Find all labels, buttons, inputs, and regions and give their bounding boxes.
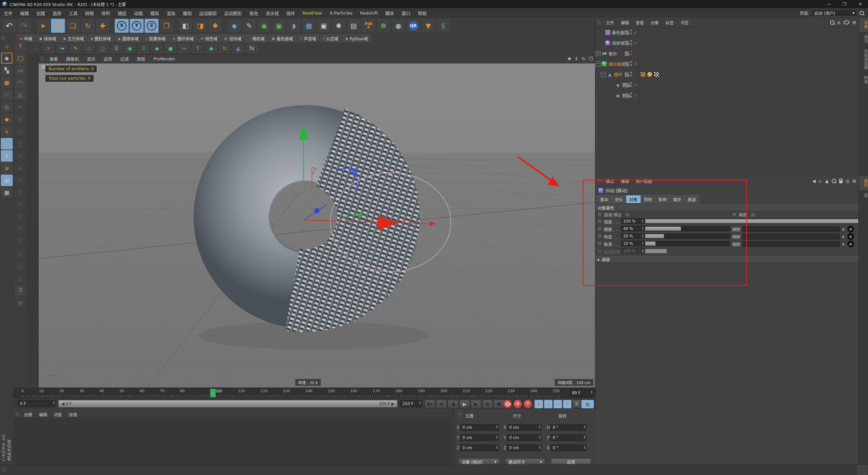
cube-eye-icon[interactable]: ◫ bbox=[14, 248, 26, 260]
enable-dots[interactable] bbox=[630, 61, 632, 66]
zoom-icon[interactable]: ↕ bbox=[575, 56, 578, 61]
poly-sphere-icon[interactable]: ● bbox=[164, 43, 177, 54]
attribute-tab[interactable]: 对象 bbox=[626, 195, 641, 203]
field-button[interactable]: ◆ Python域 bbox=[342, 35, 371, 42]
stepper-icon[interactable]: ▲▼ bbox=[53, 401, 55, 405]
am-menu-item[interactable]: 模式 bbox=[603, 178, 617, 184]
emitter-arrow-icon[interactable]: ⠿ bbox=[14, 284, 26, 296]
history-forward-icon[interactable]: ▶ bbox=[819, 178, 822, 184]
keyframe-dot-icon[interactable]: ◎ bbox=[598, 241, 601, 246]
slider-track[interactable] bbox=[645, 233, 730, 239]
stepper-icon[interactable]: ▲▼ bbox=[642, 234, 644, 238]
section-header[interactable]: 对象属性 bbox=[595, 205, 859, 211]
attribute-tab[interactable]: 限制 bbox=[640, 195, 655, 203]
stepper-icon[interactable]: ▲▼ bbox=[642, 241, 644, 245]
enable-dots[interactable] bbox=[630, 51, 632, 55]
menu-item[interactable]: 流水线 bbox=[262, 10, 282, 16]
key-scale-toggle[interactable]: ❏ bbox=[544, 400, 553, 408]
keyframe-dot-icon[interactable]: ◎ bbox=[598, 248, 601, 253]
home-icon[interactable]: ⌂ bbox=[837, 19, 841, 25]
key-parameter-toggle[interactable]: P bbox=[563, 400, 572, 408]
slider-track[interactable] bbox=[645, 218, 857, 224]
dots-circle-icon[interactable]: ◌ bbox=[96, 43, 109, 54]
play-button[interactable]: ▶ bbox=[459, 400, 470, 408]
keyframe-selection-button[interactable]: ? bbox=[524, 400, 532, 408]
record-keyframe-button[interactable] bbox=[503, 400, 512, 408]
rectangle-selection-icon[interactable]: ▭ bbox=[14, 64, 26, 76]
lasso-selection-icon[interactable]: ◠ bbox=[14, 77, 26, 89]
sphere-icon[interactable]: ● bbox=[391, 19, 406, 33]
search-icon[interactable] bbox=[832, 179, 836, 183]
viewport-canvas[interactable]: 透视视图 Number of emitters: 0 Total live pa… bbox=[39, 63, 595, 387]
hex-grid-icon[interactable]: ▩ bbox=[14, 297, 26, 308]
om-menu-item[interactable]: 标签 bbox=[662, 20, 677, 25]
keyframe-dot-icon[interactable]: ◎ bbox=[598, 226, 601, 231]
pen-spline-icon[interactable]: ✎ bbox=[242, 19, 256, 33]
texture-tag-icon[interactable] bbox=[640, 72, 646, 77]
am-menu-item[interactable]: 编辑 bbox=[617, 178, 632, 184]
material-menu-item[interactable]: 创建 bbox=[21, 412, 36, 417]
play-backwards-button[interactable]: ↺ bbox=[436, 400, 447, 408]
history-back-icon[interactable]: ◀ bbox=[812, 178, 816, 184]
end-frame-field[interactable]: 250 F ▲▼ bbox=[400, 400, 422, 407]
object-row[interactable]: 着色器域 bbox=[595, 27, 859, 38]
timeline-window-button[interactable]: ▤ bbox=[581, 400, 594, 408]
menu-item[interactable]: 体积 bbox=[98, 10, 114, 16]
stepper-icon[interactable]: ▲▼ bbox=[642, 249, 644, 253]
stepper-icon[interactable]: ▲▼ bbox=[642, 226, 644, 230]
material-menu-item[interactable]: 功能 bbox=[51, 412, 65, 417]
corner-resize-box[interactable] bbox=[857, 465, 867, 475]
search-icon[interactable] bbox=[860, 11, 864, 15]
search-icon[interactable] bbox=[830, 20, 834, 25]
soft-selection-icon[interactable]: S bbox=[1, 150, 13, 162]
snap-icon[interactable]: ▦ bbox=[1, 174, 13, 186]
dots-path-icon[interactable]: ∴ bbox=[83, 43, 96, 54]
lock-y-axis-icon[interactable]: Y bbox=[130, 19, 144, 33]
timeline-ruler[interactable]: 0102030405060708010011012013014015016017… bbox=[14, 388, 595, 398]
mapping-expand-icon[interactable]: ▶ bbox=[842, 241, 846, 247]
menu-item[interactable]: 插件 bbox=[282, 10, 299, 16]
state-mark[interactable] bbox=[633, 83, 638, 88]
size-field[interactable]: 0 cm▲▼ bbox=[507, 444, 541, 451]
state-mark[interactable] bbox=[633, 41, 638, 45]
side-tab[interactable]: 场次 bbox=[859, 32, 868, 46]
viewport-menu-item[interactable]: 摄像机 bbox=[62, 56, 83, 62]
phong-tag-icon[interactable] bbox=[647, 72, 653, 77]
field-button[interactable]: ▦ 着色器域 bbox=[269, 35, 296, 42]
om-menu-item[interactable]: 书签 bbox=[677, 20, 692, 25]
om-menu-item[interactable]: 编辑 bbox=[617, 20, 632, 25]
swirl-icon[interactable]: ↻ bbox=[218, 43, 231, 54]
attribute-tab[interactable]: 坐标 bbox=[611, 195, 626, 203]
enable-dots[interactable] bbox=[630, 72, 632, 76]
points-mode-icon[interactable]: ∷ bbox=[1, 89, 13, 101]
rotation-field[interactable]: 0 °▲▼ bbox=[550, 434, 586, 441]
move-tool-icon[interactable]: ✚ bbox=[51, 19, 65, 33]
slider-track[interactable] bbox=[645, 248, 857, 254]
keyframe-dot-icon[interactable]: ◎ bbox=[598, 212, 601, 216]
pipeline-icon[interactable]: ▼ bbox=[421, 19, 435, 33]
particles-down-icon[interactable]: ⠿ bbox=[14, 199, 26, 211]
object-label[interactable]: 圆环 bbox=[614, 72, 622, 77]
keyframe-dot-icon[interactable]: ◎ bbox=[598, 218, 601, 223]
mirror-tool-icon[interactable]: ⇄ bbox=[14, 113, 26, 125]
value-field[interactable]: 100 % ▲▼ bbox=[621, 218, 645, 224]
material-menu-item[interactable]: 纹理 bbox=[65, 412, 80, 417]
field-button[interactable]: ◎ 圆环体域 bbox=[170, 35, 197, 42]
keyframe-dot-icon[interactable]: ◎ bbox=[735, 242, 738, 246]
loop-button[interactable]: ↻ bbox=[482, 400, 493, 408]
local-checkbox[interactable] bbox=[751, 212, 755, 217]
object-label[interactable]: 球体域 bbox=[612, 40, 624, 46]
panel-grip[interactable] bbox=[597, 20, 601, 25]
field-button[interactable]: ♪ 声音域 bbox=[297, 35, 319, 42]
spline-brush-icon[interactable]: ✎ bbox=[69, 43, 82, 54]
scene-nodes-icon[interactable]: ▤ bbox=[347, 19, 361, 33]
clone-off-icon[interactable]: ✕ bbox=[42, 43, 55, 54]
edges-mode-icon[interactable]: ◇ bbox=[1, 101, 13, 113]
object-label[interactable]: 细分曲面 bbox=[609, 61, 625, 67]
size-field[interactable]: 0 cm▲▼ bbox=[507, 434, 541, 441]
range-slider[interactable]: ◀ 0 F 250 F ▶ bbox=[58, 400, 397, 407]
extrude-icon[interactable]: ◆ bbox=[151, 43, 163, 54]
menu-item[interactable]: 选择 bbox=[49, 10, 65, 16]
next-frame-button[interactable]: ▶ bbox=[471, 400, 481, 408]
side-tab[interactable]: 属性 bbox=[859, 176, 868, 190]
